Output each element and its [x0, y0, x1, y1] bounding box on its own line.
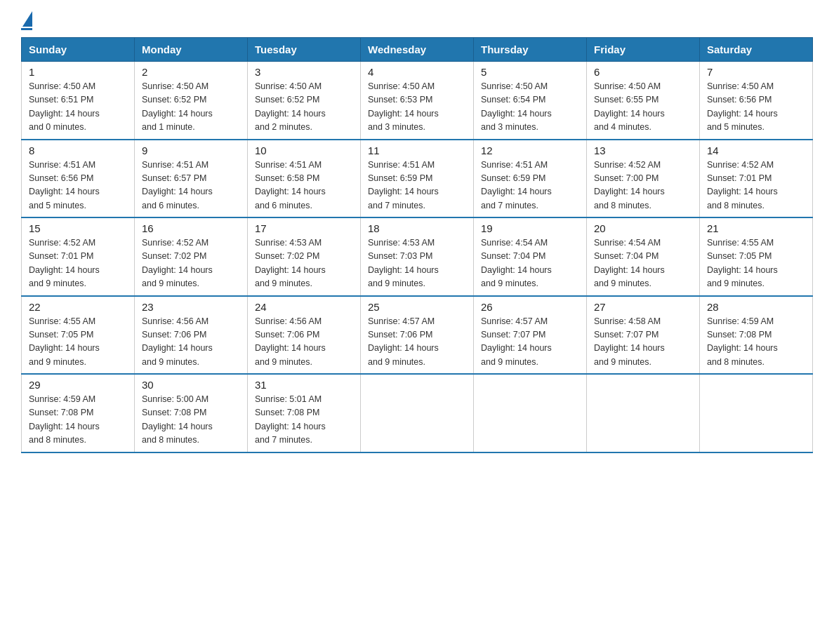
day-number: 26 [481, 301, 579, 313]
calendar-cell: 8Sunrise: 4:51 AMSunset: 6:56 PMDaylight… [22, 140, 135, 218]
calendar-cell: 19Sunrise: 4:54 AMSunset: 7:04 PMDayligh… [474, 217, 587, 296]
weekday-header-friday: Friday [587, 38, 700, 62]
day-number: 3 [255, 66, 353, 78]
logo [21, 14, 32, 30]
calendar-cell: 9Sunrise: 4:51 AMSunset: 6:57 PMDaylight… [135, 140, 248, 218]
day-number: 14 [707, 145, 805, 156]
day-info: Sunrise: 4:59 AMSunset: 7:08 PMDaylight:… [29, 393, 127, 448]
day-number: 13 [594, 145, 692, 156]
calendar-cell [700, 374, 813, 452]
calendar-cell: 28Sunrise: 4:59 AMSunset: 7:08 PMDayligh… [700, 296, 813, 375]
day-info: Sunrise: 4:50 AMSunset: 6:56 PMDaylight:… [707, 80, 805, 135]
day-info: Sunrise: 4:50 AMSunset: 6:52 PMDaylight:… [255, 80, 353, 135]
calendar-cell: 23Sunrise: 4:56 AMSunset: 7:06 PMDayligh… [135, 296, 248, 375]
day-info: Sunrise: 4:56 AMSunset: 7:06 PMDaylight:… [255, 315, 353, 370]
day-info: Sunrise: 4:51 AMSunset: 6:59 PMDaylight:… [481, 159, 579, 213]
day-info: Sunrise: 4:53 AMSunset: 7:02 PMDaylight:… [255, 236, 353, 291]
calendar-cell: 7Sunrise: 4:50 AMSunset: 6:56 PMDaylight… [700, 62, 813, 140]
day-number: 18 [368, 222, 466, 234]
calendar-cell: 30Sunrise: 5:00 AMSunset: 7:08 PMDayligh… [135, 374, 248, 452]
day-number: 9 [142, 145, 240, 156]
day-info: Sunrise: 4:50 AMSunset: 6:52 PMDaylight:… [142, 80, 240, 135]
weekday-header-thursday: Thursday [474, 38, 587, 62]
calendar-cell [474, 374, 587, 452]
weekday-header-wednesday: Wednesday [361, 38, 474, 62]
day-number: 7 [707, 66, 805, 78]
calendar-cell [361, 374, 474, 452]
day-info: Sunrise: 5:00 AMSunset: 7:08 PMDaylight:… [142, 393, 240, 448]
day-info: Sunrise: 4:54 AMSunset: 7:04 PMDaylight:… [594, 236, 692, 291]
day-info: Sunrise: 4:51 AMSunset: 6:56 PMDaylight:… [29, 159, 127, 213]
day-info: Sunrise: 4:55 AMSunset: 7:05 PMDaylight:… [707, 236, 805, 291]
calendar-cell: 18Sunrise: 4:53 AMSunset: 7:03 PMDayligh… [361, 217, 474, 296]
day-number: 25 [368, 301, 466, 313]
calendar-header: SundayMondayTuesdayWednesdayThursdayFrid… [22, 38, 813, 62]
calendar-cell: 20Sunrise: 4:54 AMSunset: 7:04 PMDayligh… [587, 217, 700, 296]
day-number: 11 [368, 145, 466, 156]
logo-underline [21, 28, 32, 30]
calendar-week-3: 15Sunrise: 4:52 AMSunset: 7:01 PMDayligh… [22, 217, 813, 296]
day-info: Sunrise: 4:51 AMSunset: 6:57 PMDaylight:… [142, 159, 240, 213]
day-info: Sunrise: 4:55 AMSunset: 7:05 PMDaylight:… [29, 315, 127, 370]
day-number: 10 [255, 145, 353, 156]
weekday-header-sunday: Sunday [22, 38, 135, 62]
day-number: 23 [142, 301, 240, 313]
calendar-cell: 22Sunrise: 4:55 AMSunset: 7:05 PMDayligh… [22, 296, 135, 375]
calendar-week-5: 29Sunrise: 4:59 AMSunset: 7:08 PMDayligh… [22, 374, 813, 452]
day-number: 30 [142, 379, 240, 391]
day-info: Sunrise: 4:52 AMSunset: 7:02 PMDaylight:… [142, 236, 240, 291]
day-number: 5 [481, 66, 579, 78]
calendar-cell: 4Sunrise: 4:50 AMSunset: 6:53 PMDaylight… [361, 62, 474, 140]
day-info: Sunrise: 4:50 AMSunset: 6:51 PMDaylight:… [29, 80, 127, 135]
calendar-cell: 29Sunrise: 4:59 AMSunset: 7:08 PMDayligh… [22, 374, 135, 452]
day-number: 17 [255, 222, 353, 234]
day-info: Sunrise: 4:57 AMSunset: 7:07 PMDaylight:… [481, 315, 579, 370]
day-number: 12 [481, 145, 579, 156]
day-info: Sunrise: 4:50 AMSunset: 6:55 PMDaylight:… [594, 80, 692, 135]
day-number: 4 [368, 66, 466, 78]
calendar-cell: 25Sunrise: 4:57 AMSunset: 7:06 PMDayligh… [361, 296, 474, 375]
day-info: Sunrise: 4:52 AMSunset: 7:01 PMDaylight:… [707, 159, 805, 213]
calendar-cell [587, 374, 700, 452]
calendar-table: SundayMondayTuesdayWednesdayThursdayFrid… [21, 37, 813, 453]
calendar-cell: 10Sunrise: 4:51 AMSunset: 6:58 PMDayligh… [248, 140, 361, 218]
day-info: Sunrise: 4:59 AMSunset: 7:08 PMDaylight:… [707, 315, 805, 370]
day-info: Sunrise: 4:56 AMSunset: 7:06 PMDaylight:… [142, 315, 240, 370]
day-info: Sunrise: 4:52 AMSunset: 7:00 PMDaylight:… [594, 159, 692, 213]
calendar-cell: 5Sunrise: 4:50 AMSunset: 6:54 PMDaylight… [474, 62, 587, 140]
day-info: Sunrise: 4:58 AMSunset: 7:07 PMDaylight:… [594, 315, 692, 370]
day-info: Sunrise: 4:57 AMSunset: 7:06 PMDaylight:… [368, 315, 466, 370]
day-number: 19 [481, 222, 579, 234]
calendar-cell: 26Sunrise: 4:57 AMSunset: 7:07 PMDayligh… [474, 296, 587, 375]
calendar-cell: 15Sunrise: 4:52 AMSunset: 7:01 PMDayligh… [22, 217, 135, 296]
day-info: Sunrise: 4:52 AMSunset: 7:01 PMDaylight:… [29, 236, 127, 291]
calendar-cell: 3Sunrise: 4:50 AMSunset: 6:52 PMDaylight… [248, 62, 361, 140]
day-info: Sunrise: 4:53 AMSunset: 7:03 PMDaylight:… [368, 236, 466, 291]
calendar-cell: 2Sunrise: 4:50 AMSunset: 6:52 PMDaylight… [135, 62, 248, 140]
day-info: Sunrise: 4:50 AMSunset: 6:54 PMDaylight:… [481, 80, 579, 135]
calendar-cell: 13Sunrise: 4:52 AMSunset: 7:00 PMDayligh… [587, 140, 700, 218]
day-number: 16 [142, 222, 240, 234]
calendar-cell: 6Sunrise: 4:50 AMSunset: 6:55 PMDaylight… [587, 62, 700, 140]
calendar-cell: 17Sunrise: 4:53 AMSunset: 7:02 PMDayligh… [248, 217, 361, 296]
weekday-header-saturday: Saturday [700, 38, 813, 62]
day-info: Sunrise: 4:54 AMSunset: 7:04 PMDaylight:… [481, 236, 579, 291]
calendar-week-2: 8Sunrise: 4:51 AMSunset: 6:56 PMDaylight… [22, 140, 813, 218]
calendar-week-4: 22Sunrise: 4:55 AMSunset: 7:05 PMDayligh… [22, 296, 813, 375]
day-info: Sunrise: 4:50 AMSunset: 6:53 PMDaylight:… [368, 80, 466, 135]
day-number: 15 [29, 222, 127, 234]
calendar-cell: 12Sunrise: 4:51 AMSunset: 6:59 PMDayligh… [474, 140, 587, 218]
day-number: 2 [142, 66, 240, 78]
day-number: 21 [707, 222, 805, 234]
day-number: 27 [594, 301, 692, 313]
calendar-cell: 21Sunrise: 4:55 AMSunset: 7:05 PMDayligh… [700, 217, 813, 296]
calendar-cell: 1Sunrise: 4:50 AMSunset: 6:51 PMDaylight… [22, 62, 135, 140]
day-number: 6 [594, 66, 692, 78]
day-info: Sunrise: 5:01 AMSunset: 7:08 PMDaylight:… [255, 393, 353, 448]
day-info: Sunrise: 4:51 AMSunset: 6:59 PMDaylight:… [368, 159, 466, 213]
day-number: 31 [255, 379, 353, 391]
weekday-header-monday: Monday [135, 38, 248, 62]
calendar-cell: 27Sunrise: 4:58 AMSunset: 7:07 PMDayligh… [587, 296, 700, 375]
logo-triangle-icon [22, 11, 32, 27]
day-number: 20 [594, 222, 692, 234]
